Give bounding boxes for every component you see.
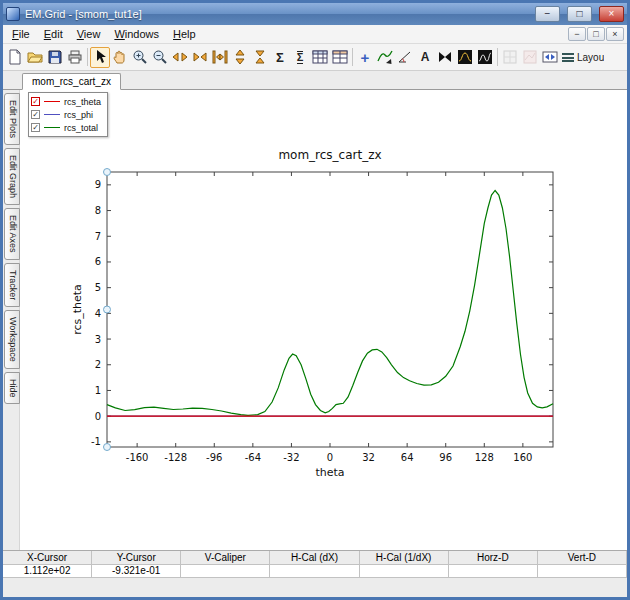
svg-text:128: 128 [475,452,494,463]
sidebar-item-edit-plots[interactable]: Edit Plots [4,93,20,145]
layout-button[interactable]: Layou [562,52,604,63]
sum-icon[interactable]: Σ [270,47,290,68]
svg-text:theta: theta [315,466,344,479]
checkbox-rcs-phi[interactable]: ✓ [31,110,40,119]
svg-text:-160: -160 [126,452,149,463]
status-values-row: 1.112e+02 -9.321e-01 [3,565,627,579]
crosshair-icon[interactable]: + [355,47,375,68]
horizontal-range-icon[interactable] [540,47,560,68]
clip-region-icon[interactable] [435,47,455,68]
menu-file[interactable]: File [5,26,37,42]
text-label-icon[interactable]: A [415,47,435,68]
maximize-button[interactable]: □ [567,6,592,22]
main-area: Edit Plots Edit Graph Edit Axes Tracker … [3,90,627,550]
status-col-horz-d: Horz-D [449,551,538,565]
slope-icon[interactable] [395,47,415,68]
fft-window-icon[interactable] [455,47,475,68]
sidebar-tabs: Edit Plots Edit Graph Edit Axes Tracker … [3,90,20,550]
svg-text:2: 2 [95,359,101,370]
pan-hand-icon[interactable] [110,47,130,68]
layout-lines-icon [562,53,574,62]
toolbar-separator [87,48,88,66]
title-bar: EM.Grid - [smom_tut1e] − □ × [3,3,627,25]
shrink-x-axis-icon[interactable] [190,47,210,68]
mdi-restore-button[interactable]: □ [587,27,605,41]
svg-text:-64: -64 [245,452,261,463]
data-table-color-icon[interactable] [330,47,350,68]
pointer-icon[interactable] [90,47,110,68]
svg-text:4: 4 [95,308,101,319]
menu-view[interactable]: View [70,26,108,42]
sidebar-item-edit-graph[interactable]: Edit Graph [4,148,20,205]
legend-item[interactable]: ✓ rcs_phi [31,108,101,121]
legend-item[interactable]: ✓ rcs_total [31,121,101,134]
toolbar: Σ Σ + A Layou [3,44,627,71]
svg-text:8: 8 [95,205,101,216]
menu-bar: File Edit View Windows Help − □ × [3,25,627,44]
tab-strip: mom_rcs_cart_zx [3,71,627,90]
tab-mom-rcs-cart-zx[interactable]: mom_rcs_cart_zx [22,73,121,90]
disabled-marker-icon [520,47,540,68]
expand-x-axis-icon[interactable] [170,47,190,68]
status-col-v-caliper: V-Caliper [181,551,270,565]
expand-y-axis-icon[interactable] [230,47,250,68]
menu-windows[interactable]: Windows [107,26,166,42]
svg-text:-128: -128 [164,452,187,463]
close-button[interactable]: × [599,6,624,22]
status-col-y-cursor: Y-Cursor [92,551,181,565]
curve-tracker-icon[interactable] [375,47,395,68]
shrink-y-axis-icon[interactable] [250,47,270,68]
zoom-out-icon[interactable] [150,47,170,68]
svg-text:7: 7 [95,231,101,242]
status-table: X-Cursor Y-Cursor V-Caliper H-Cal (dX) H… [3,550,627,578]
sidebar-item-tracker[interactable]: Tracker [4,263,20,307]
legend-item[interactable]: ✓ rcs_theta [31,95,101,108]
layout-button-label: Layou [577,52,604,63]
full-x-axis-icon[interactable] [210,47,230,68]
legend-label-rcs-phi: rcs_phi [64,110,93,120]
sum-limits-glyph: Σ [297,51,304,64]
minimize-button[interactable]: − [535,6,560,22]
line-sample-rcs-phi [44,114,60,115]
status-value-vert-d [538,565,627,579]
save-icon[interactable] [45,47,65,68]
sidebar-item-edit-axes[interactable]: Edit Axes [4,208,20,260]
plot-svg[interactable]: -160-128-96-64-320326496128160-101234567… [20,90,627,549]
bottom-strip [3,578,627,597]
status-col-h-cal-1dx: H-Cal (1/dX) [360,551,449,565]
svg-text:-32: -32 [283,452,299,463]
svg-text:-1: -1 [91,436,101,447]
new-document-icon[interactable] [5,47,25,68]
svg-text:5: 5 [95,282,101,293]
menu-edit[interactable]: Edit [37,26,70,42]
print-icon[interactable] [65,47,85,68]
toolbar-separator [352,48,353,66]
svg-text:-96: -96 [206,452,222,463]
svg-text:32: 32 [362,452,375,463]
sidebar-item-hide[interactable]: Hide [4,372,20,405]
svg-text:3: 3 [95,334,101,345]
plot-canvas[interactable]: ✓ rcs_theta ✓ rcs_phi ✓ rcs_total -160-1… [20,90,627,550]
line-sample-rcs-total [44,127,60,128]
mdi-close-button[interactable]: × [606,27,624,41]
app-window: EM.Grid - [smom_tut1e] − □ × File Edit V… [0,0,630,600]
status-value-y-cursor: -9.321e-01 [92,565,181,579]
checkbox-rcs-theta[interactable]: ✓ [31,97,40,106]
sum-limits-icon[interactable]: Σ [290,47,310,68]
sidebar-item-workspace[interactable]: Workspace [4,310,20,369]
status-col-h-cal-dx: H-Cal (dX) [270,551,359,565]
legend-label-rcs-theta: rcs_theta [64,97,101,107]
svg-text:rcs_theta: rcs_theta [71,284,84,335]
plot-legend: ✓ rcs_theta ✓ rcs_phi ✓ rcs_total [28,92,108,137]
status-header-row: X-Cursor Y-Cursor V-Caliper H-Cal (dX) H… [3,551,627,565]
data-table-icon[interactable] [310,47,330,68]
app-icon [6,7,20,21]
mdi-minimize-button[interactable]: − [568,27,586,41]
zoom-in-icon[interactable] [130,47,150,68]
fft-window-alt-icon[interactable] [475,47,495,68]
svg-text:64: 64 [401,452,414,463]
checkbox-rcs-total[interactable]: ✓ [31,123,40,132]
open-folder-icon[interactable] [25,47,45,68]
svg-text:6: 6 [95,256,101,267]
menu-help[interactable]: Help [166,26,203,42]
